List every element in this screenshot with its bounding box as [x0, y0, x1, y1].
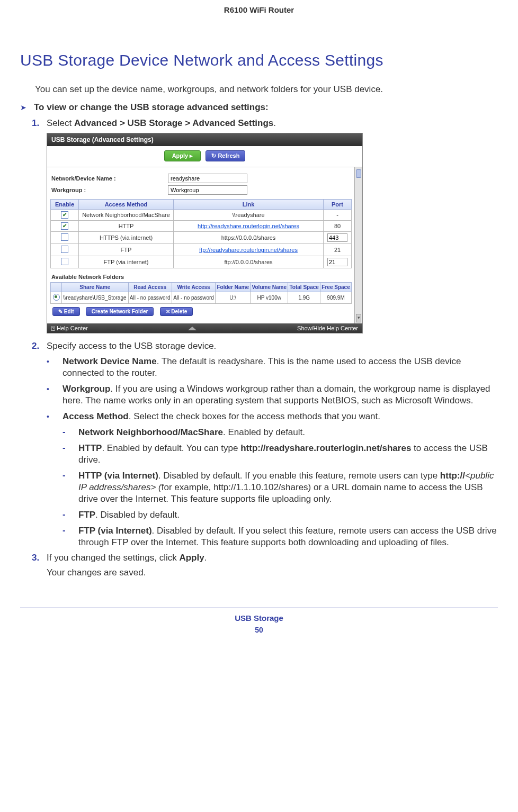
cell-share: \\readyshare\USB_Storage — [62, 292, 129, 304]
edit-button[interactable]: ✎ Edit — [52, 307, 80, 316]
screenshot-title: USB Storage (Advanced Settings) — [47, 133, 362, 146]
access-method-table: Enable Access Method Link Port ✔ Network… — [50, 199, 352, 268]
table-row: ✔ HTTP http://readyshare.routerlogin.net… — [51, 221, 352, 232]
cell-method: HTTP — [79, 221, 174, 232]
available-folders-label: Available Network Folders — [50, 268, 352, 282]
checkbox-icon[interactable] — [61, 246, 68, 253]
folders-table: Share Name Read Access Write Access Fold… — [50, 282, 352, 304]
bullet-icon: • — [47, 383, 62, 407]
router-screenshot: USB Storage (Advanced Settings) Apply ▸ … — [47, 133, 363, 333]
step-number-3: 3. — [32, 553, 47, 563]
cell-method: HTTPS (via internet) — [79, 232, 174, 244]
show-hide-help-link[interactable]: Show/Hide Help Center — [297, 325, 358, 331]
cell-method: FTP (via internet) — [79, 256, 174, 268]
col-select — [51, 283, 62, 292]
table-row: ✔ Network Neighborhood/MacShare \\readys… — [51, 210, 352, 221]
col-free: Free Space — [320, 283, 352, 292]
cell-method: FTP — [79, 244, 174, 256]
chevron-down-icon[interactable]: ▾ — [356, 314, 361, 322]
bullet-ndn: Network Device Name. The default is read… — [62, 356, 498, 379]
cell-write: All - no password — [172, 292, 215, 304]
screenshot-toolbar: Apply ▸ ↻ Refresh — [47, 146, 362, 167]
step-number-2: 2. — [32, 341, 47, 351]
col-share: Share Name — [62, 283, 129, 292]
col-volume: Volume Name — [251, 283, 288, 292]
step-1-text: Select Advanced > USB Storage > Advanced… — [47, 118, 498, 129]
col-port: Port — [324, 200, 352, 210]
cell-total: 1.9G — [288, 292, 320, 304]
sub-http-internet: HTTP (via Internet). Disabled by default… — [78, 470, 498, 505]
help-center-link[interactable]: ⍰ Help Center — [51, 325, 88, 331]
table-row: \\readyshare\USB_Storage All - no passwo… — [51, 292, 352, 304]
sub-macshare: Network Neighborhood/MacShare. Enabled b… — [78, 427, 498, 438]
workgroup-label: Workgroup : — [50, 187, 168, 193]
bullet-access-method: Access Method. Select the check boxes fo… — [62, 411, 498, 422]
step-3-result: Your changes are saved. — [47, 567, 498, 578]
bullet-icon: • — [47, 356, 62, 379]
cell-link[interactable]: http://readyshare.routerlogin.net/shares — [198, 223, 299, 229]
delete-button[interactable]: ✕ Delete — [160, 307, 193, 316]
workgroup-input[interactable] — [168, 185, 247, 195]
bullet-icon: • — [47, 411, 62, 422]
sub-ftp: FTP. Disabled by default. — [78, 509, 498, 521]
step-2-text: Specify access to the USB storage device… — [47, 341, 498, 351]
refresh-button[interactable]: ↻ Refresh — [206, 150, 245, 161]
task-heading: To view or change the USB storage advanc… — [34, 102, 269, 113]
port-input[interactable] — [327, 258, 347, 266]
cell-link: \\readyshare — [174, 210, 324, 221]
col-link: Link — [174, 200, 324, 210]
triangle-up-icon[interactable] — [188, 327, 197, 330]
col-folder: Folder Name — [216, 283, 251, 292]
intro-text: You can set up the device name, workgrou… — [35, 84, 498, 95]
dash-icon: - — [62, 443, 78, 466]
table-row: HTTPS (via internet) https://0.0.0.0/sha… — [51, 232, 352, 244]
cell-link: ftp://0.0.0.0/shares — [174, 256, 324, 268]
chevron-right-icon: ➤ — [20, 103, 26, 112]
table-row: FTP (via internet) ftp://0.0.0.0/shares — [51, 256, 352, 268]
table-row: FTP ftp://readyshare.routerlogin.net/sha… — [51, 244, 352, 256]
step-3-text: If you changed the settings, click Apply… — [47, 553, 498, 563]
col-total: Total Space — [288, 283, 320, 292]
cell-volume: HP v100w — [251, 292, 288, 304]
cell-port: 80 — [324, 221, 352, 232]
cell-link[interactable]: ftp://readyshare.routerlogin.net/shares — [199, 247, 298, 253]
dash-icon: - — [62, 525, 78, 548]
col-enable: Enable — [51, 200, 79, 210]
checkbox-icon[interactable] — [61, 258, 68, 265]
col-read: Read Access — [128, 283, 172, 292]
cell-port: - — [324, 210, 352, 221]
cell-folder: U:\ — [216, 292, 251, 304]
col-write: Write Access — [172, 283, 215, 292]
bullet-workgroup: Workgroup. If you are using a Windows wo… — [62, 383, 498, 407]
footer-section: USB Storage — [0, 613, 518, 622]
header-product: R6100 WiFi Router — [20, 5, 498, 14]
scrollbar-thumb[interactable] — [356, 169, 361, 178]
port-input[interactable] — [327, 233, 347, 242]
network-device-name-input[interactable] — [168, 174, 247, 183]
step-number-1: 1. — [32, 118, 47, 129]
dash-icon: - — [62, 427, 78, 438]
network-device-name-label: Network/Device Name : — [50, 175, 168, 182]
footer-page-number: 50 — [0, 626, 518, 634]
scrollbar[interactable]: ▾ — [354, 167, 362, 323]
cell-link: https://0.0.0.0/shares — [174, 232, 324, 244]
col-access-method: Access Method — [79, 200, 174, 210]
cell-port: 21 — [324, 244, 352, 256]
dash-icon: - — [62, 470, 78, 505]
cell-free: 909.9M — [320, 292, 352, 304]
footer-divider — [20, 608, 498, 608]
checkbox-icon[interactable]: ✔ — [61, 222, 68, 230]
apply-button[interactable]: Apply ▸ — [164, 150, 201, 161]
cell-method: Network Neighborhood/MacShare — [79, 210, 174, 221]
dash-icon: - — [62, 509, 78, 521]
page-title: USB Storage Device Network and Access Se… — [20, 51, 498, 69]
cell-read: All - no password — [128, 292, 172, 304]
checkbox-icon[interactable] — [61, 233, 68, 241]
checkbox-icon[interactable]: ✔ — [61, 211, 68, 219]
create-folder-button[interactable]: Create Network Folder — [86, 307, 154, 316]
sub-ftp-internet: FTP (via Internet). Disabled by default.… — [78, 525, 498, 548]
sub-http: HTTP. Enabled by default. You can type h… — [78, 443, 498, 466]
radio-icon[interactable] — [53, 294, 60, 301]
